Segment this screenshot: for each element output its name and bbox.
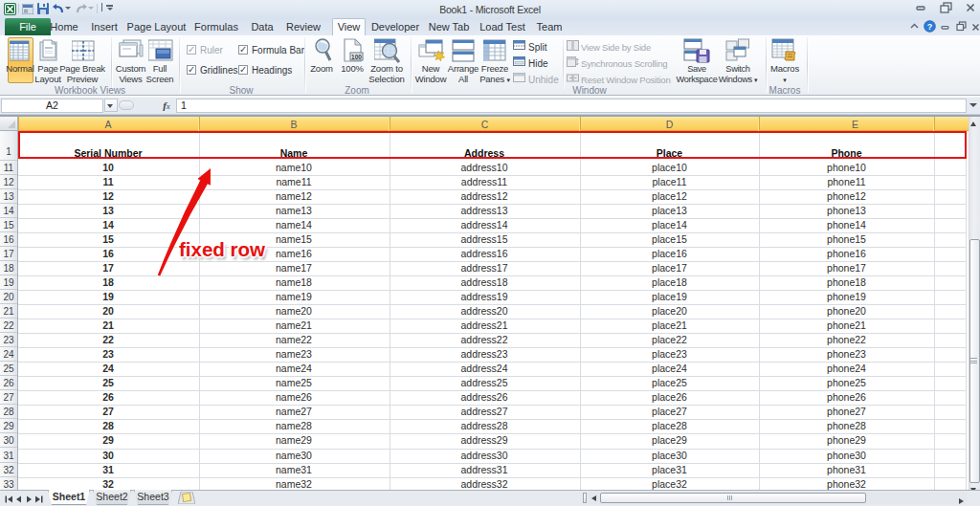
svg-text:100: 100 [351,54,362,60]
svg-text:?: ? [927,22,933,32]
